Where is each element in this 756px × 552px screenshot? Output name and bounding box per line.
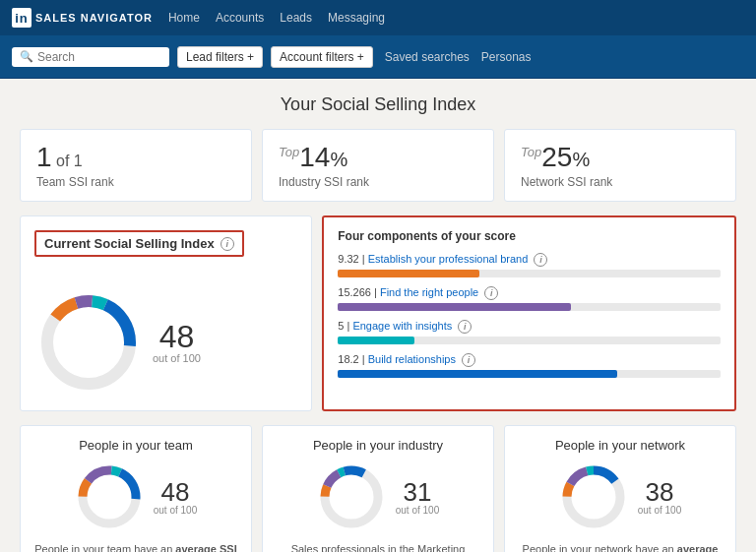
ssi-score-number: 48 bbox=[153, 321, 201, 352]
search-bar: 🔍 Lead filters + Account filters + Saved… bbox=[0, 35, 756, 79]
industry-score-display: 31 out of 100 bbox=[396, 479, 439, 516]
rank-cards: 1 of 1 Team SSI rank Top14% Industry SSI… bbox=[20, 129, 736, 202]
component-info-3[interactable]: i bbox=[458, 320, 472, 334]
network-rank-card: Top25% Network SSI rank bbox=[504, 129, 736, 202]
component-link-4[interactable]: Build relationships bbox=[368, 353, 456, 365]
component-bar-bg-3 bbox=[338, 337, 721, 344]
component-label-1: 9.32 | Establish your professional brand… bbox=[338, 253, 721, 267]
ssi-donut-chart bbox=[34, 288, 143, 397]
network-rank-label: Network SSI rank bbox=[521, 175, 720, 189]
network-score-display: 38 out of 100 bbox=[638, 479, 681, 516]
team-score-sub: out of 100 bbox=[154, 505, 197, 516]
lead-filters-button[interactable]: Lead filters + bbox=[177, 46, 263, 68]
team-donut bbox=[75, 462, 144, 531]
team-score-display: 48 out of 100 bbox=[154, 479, 197, 516]
industry-rank-label: Industry SSI rank bbox=[279, 175, 477, 189]
team-card: People in your team 48 out of 100 People… bbox=[20, 425, 252, 552]
network-score-num: 38 bbox=[638, 479, 681, 505]
bottom-cards: People in your team 48 out of 100 People… bbox=[20, 425, 736, 552]
industry-score-num: 31 bbox=[396, 479, 439, 505]
team-rank-number: 1 of 1 bbox=[36, 142, 235, 173]
component-score-4: 18.2 bbox=[338, 353, 358, 365]
team-score-num: 48 bbox=[154, 479, 197, 505]
component-bar-bg-1 bbox=[338, 270, 721, 277]
team-chart-area: 48 out of 100 bbox=[34, 462, 237, 531]
component-bar-fill-1 bbox=[338, 270, 479, 277]
ssi-score-display: 48 out of 100 bbox=[153, 321, 201, 364]
component-link-3[interactable]: Engage with insights bbox=[352, 320, 452, 332]
nav-messaging[interactable]: Messaging bbox=[328, 11, 385, 25]
component-row-1: 9.32 | Establish your professional brand… bbox=[338, 253, 721, 277]
industry-card-title: People in your industry bbox=[277, 438, 479, 453]
ssi-section-title: Current Social Selling Index i bbox=[34, 230, 244, 257]
industry-chart-area: 31 out of 100 bbox=[277, 462, 479, 531]
network-card: People in your network 38 out of 100 Peo… bbox=[504, 425, 736, 552]
donut-svg bbox=[34, 288, 143, 397]
team-rank-card: 1 of 1 Team SSI rank bbox=[20, 129, 252, 202]
industry-card: People in your industry 31 out of 100 Sa… bbox=[262, 425, 494, 552]
network-card-title: People in your network bbox=[519, 438, 722, 453]
component-bar-fill-2 bbox=[338, 303, 571, 311]
component-info-1[interactable]: i bbox=[534, 253, 547, 267]
component-label-2: 15.266 | Find the right people i bbox=[338, 286, 721, 300]
team-card-text: People in your team have an average SSI … bbox=[34, 541, 237, 552]
search-input-wrap[interactable]: 🔍 bbox=[12, 47, 169, 67]
network-card-text: People in your network have an average S… bbox=[519, 541, 722, 552]
component-bar-bg-4 bbox=[338, 370, 721, 378]
component-info-2[interactable]: i bbox=[484, 286, 498, 300]
team-card-title: People in your team bbox=[34, 438, 237, 453]
account-filters-button[interactable]: Account filters + bbox=[271, 46, 373, 68]
component-score-1: 9.32 bbox=[338, 253, 358, 265]
ssi-section: Current Social Selling Index i bbox=[20, 215, 736, 411]
industry-rank-number: Top14% bbox=[279, 142, 477, 173]
component-bar-fill-3 bbox=[338, 337, 414, 344]
component-row-3: 5 | Engage with insights i bbox=[338, 320, 721, 344]
network-score-sub: out of 100 bbox=[638, 505, 681, 516]
ssi-components-panel: Four components of your score 9.32 | Est… bbox=[322, 215, 736, 411]
search-input[interactable] bbox=[37, 50, 165, 64]
component-link-2[interactable]: Find the right people bbox=[380, 286, 478, 298]
industry-score-sub: out of 100 bbox=[396, 505, 439, 516]
component-label-3: 5 | Engage with insights i bbox=[338, 320, 721, 334]
network-donut bbox=[559, 462, 628, 531]
component-label-4: 18.2 | Build relationships i bbox=[338, 353, 721, 367]
nav-accounts[interactable]: Accounts bbox=[216, 11, 264, 25]
network-chart-area: 38 out of 100 bbox=[519, 462, 722, 531]
personas-link[interactable]: Personas bbox=[481, 50, 532, 64]
ssi-left-panel: Current Social Selling Index i bbox=[20, 215, 312, 411]
component-score-2: 15.266 bbox=[338, 286, 371, 298]
nav-home[interactable]: Home bbox=[168, 11, 200, 25]
logo-text: SALES NAVIGATOR bbox=[35, 12, 153, 24]
nav-links: Home Accounts Leads Messaging bbox=[168, 11, 385, 25]
component-row-4: 18.2 | Build relationships i bbox=[338, 353, 721, 378]
ssi-chart-area: 48 out of 100 bbox=[34, 280, 297, 397]
ssi-info-icon[interactable]: i bbox=[220, 237, 234, 251]
industry-rank-card: Top14% Industry SSI rank bbox=[262, 129, 494, 202]
industry-card-text: Sales professionals in the Marketing Ser… bbox=[277, 541, 479, 552]
top-nav: in SALES NAVIGATOR Home Accounts Leads M… bbox=[0, 0, 756, 35]
component-link-1[interactable]: Establish your professional brand bbox=[368, 253, 529, 265]
nav-leads[interactable]: Leads bbox=[280, 11, 312, 25]
logo-icon: in bbox=[12, 8, 32, 28]
industry-donut bbox=[317, 462, 386, 531]
component-row-2: 15.266 | Find the right people i bbox=[338, 286, 721, 311]
saved-searches-link[interactable]: Saved searches bbox=[385, 50, 470, 64]
components-title: Four components of your score bbox=[338, 229, 721, 243]
ssi-score-subtitle: out of 100 bbox=[153, 352, 201, 364]
page-title: Your Social Selling Index bbox=[20, 94, 736, 115]
team-rank-label: Team SSI rank bbox=[36, 175, 235, 189]
network-rank-number: Top25% bbox=[521, 142, 720, 173]
component-bar-bg-2 bbox=[338, 303, 721, 311]
component-bar-fill-4 bbox=[338, 370, 617, 378]
logo: in SALES NAVIGATOR bbox=[12, 8, 153, 28]
search-icon: 🔍 bbox=[20, 50, 33, 63]
main-content: Your Social Selling Index 1 of 1 Team SS… bbox=[0, 79, 756, 552]
component-info-4[interactable]: i bbox=[462, 353, 475, 367]
component-score-3: 5 bbox=[338, 320, 344, 332]
